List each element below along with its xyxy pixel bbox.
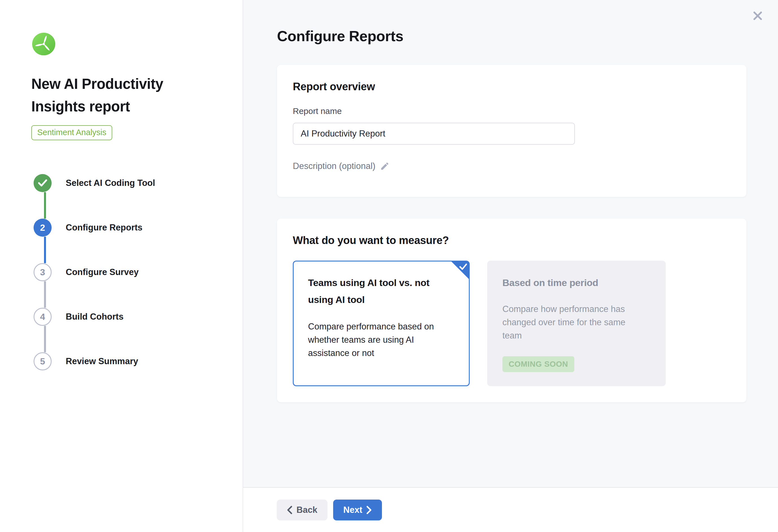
pencil-icon — [380, 161, 390, 171]
panel-title: Configure Reports — [277, 28, 747, 45]
next-button-label: Next — [343, 505, 362, 515]
add-description-control[interactable]: Description (optional) — [293, 161, 390, 171]
step-2-number: 2 — [40, 223, 45, 233]
option-2-title: Based on time period — [502, 274, 649, 291]
option-teams-vs-not[interactable]: Teams using AI tool vs. not using AI too… — [293, 260, 470, 386]
wizard-sidebar: New AI Productivity Insights report Sent… — [0, 0, 243, 532]
close-icon — [753, 11, 763, 21]
step-build-cohorts[interactable]: 4 Build Cohorts — [33, 308, 226, 326]
report-name-label: Report name — [293, 106, 730, 116]
step-connector — [44, 192, 46, 219]
step-1-label: Select AI Coding Tool — [66, 178, 155, 188]
wizard-footer: Back Next — [243, 487, 778, 532]
step-connector — [44, 237, 46, 263]
next-button[interactable]: Next — [333, 500, 382, 520]
step-3-number: 3 — [40, 267, 45, 278]
back-button-label: Back — [297, 505, 317, 515]
check-icon — [459, 263, 467, 270]
step-3-indicator: 3 — [33, 263, 52, 281]
step-2-label: Configure Reports — [66, 223, 143, 233]
step-2-indicator: 2 — [33, 219, 52, 237]
step-4-label: Build Cohorts — [66, 312, 124, 322]
chevron-left-icon — [287, 506, 293, 514]
step-4-indicator: 4 — [33, 308, 52, 326]
chevron-right-icon — [366, 506, 372, 514]
measure-options: Teams using AI tool vs. not using AI too… — [293, 260, 730, 386]
propeller-logo-icon — [31, 32, 56, 56]
step-select-ai-coding-tool[interactable]: Select AI Coding Tool — [33, 174, 226, 192]
step-3-label: Configure Survey — [66, 267, 139, 277]
report-name-input[interactable] — [293, 123, 575, 145]
step-5-indicator: 5 — [33, 352, 52, 370]
back-button[interactable]: Back — [277, 500, 327, 520]
wizard-stepper: Select AI Coding Tool 2 Configure Report… — [31, 174, 226, 370]
measure-card: What do you want to measure? Teams using… — [277, 219, 747, 402]
close-button[interactable] — [751, 9, 765, 22]
option-time-period: Based on time period Compare how perform… — [487, 260, 666, 386]
description-label: Description (optional) — [293, 161, 376, 171]
step-4-number: 4 — [40, 312, 45, 322]
report-title: New AI Productivity Insights report — [31, 73, 195, 118]
step-connector — [44, 281, 46, 308]
report-overview-heading: Report overview — [293, 81, 730, 93]
measure-heading: What do you want to measure? — [293, 234, 730, 246]
report-overview-card: Report overview Report name Description … — [277, 65, 747, 197]
option-1-title: Teams using AI tool vs. not using AI too… — [308, 274, 454, 308]
step-5-label: Review Summary — [66, 356, 138, 366]
step-review-summary[interactable]: 5 Review Summary — [33, 352, 226, 370]
check-icon — [38, 179, 48, 187]
step-configure-survey[interactable]: 3 Configure Survey — [33, 263, 226, 281]
step-connector — [44, 326, 46, 352]
step-1-indicator — [33, 174, 52, 192]
step-configure-reports[interactable]: 2 Configure Reports — [33, 219, 226, 237]
step-5-number: 5 — [40, 356, 45, 367]
sentiment-analysis-badge: Sentiment Analysis — [31, 125, 112, 140]
coming-soon-badge: COMING SOON — [502, 356, 574, 372]
option-1-description: Compare performance based on whether tea… — [308, 320, 444, 360]
option-2-description: Compare how performance has changed over… — [502, 302, 638, 342]
configure-reports-panel: Configure Reports Report overview Report… — [243, 0, 778, 532]
panel-content: Configure Reports Report overview Report… — [243, 0, 778, 487]
